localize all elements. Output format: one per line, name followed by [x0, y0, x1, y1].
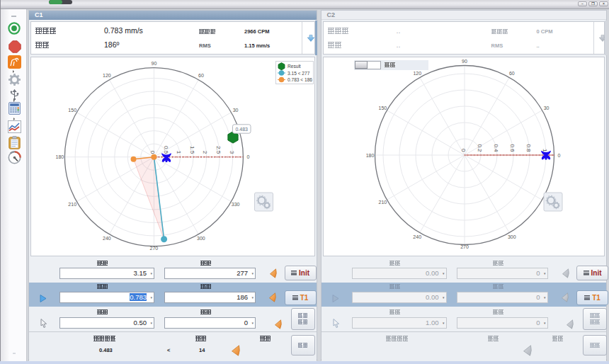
- svg-text:210: 210: [378, 200, 387, 205]
- svg-text:120: 120: [413, 71, 421, 76]
- svg-text:150: 150: [68, 108, 76, 113]
- svg-text:0.6: 0.6: [508, 144, 515, 152]
- svg-text:0.8: 0.8: [525, 144, 531, 152]
- svg-text:1.5: 1.5: [189, 146, 195, 154]
- svg-text:300: 300: [507, 234, 516, 239]
- svg-text:2: 2: [202, 151, 208, 154]
- svg-text:0.4: 0.4: [492, 144, 499, 152]
- svg-text:90: 90: [152, 61, 157, 66]
- svg-text:330: 330: [232, 202, 240, 207]
- svg-text:1: 1: [176, 151, 182, 154]
- svg-text:0: 0: [246, 154, 249, 159]
- svg-text:210: 210: [68, 202, 76, 207]
- svg-text:3: 3: [229, 151, 235, 154]
- svg-text:30: 30: [543, 106, 549, 110]
- svg-text:90: 90: [462, 59, 467, 64]
- svg-text:0: 0: [557, 153, 560, 158]
- svg-text:180: 180: [365, 153, 374, 158]
- svg-text:2.5: 2.5: [215, 146, 222, 154]
- svg-text:0: 0: [149, 151, 156, 154]
- svg-text:180: 180: [56, 154, 64, 159]
- svg-text:0: 0: [460, 149, 466, 152]
- svg-text:30: 30: [233, 108, 239, 113]
- svg-text:Result: Result: [288, 64, 301, 69]
- svg-text:60: 60: [508, 71, 514, 76]
- svg-text:3.15 < 277: 3.15 < 277: [288, 71, 310, 76]
- svg-text:150: 150: [378, 106, 387, 110]
- svg-text:270: 270: [150, 246, 159, 251]
- svg-text:0.5: 0.5: [163, 146, 169, 154]
- svg-text:270: 270: [460, 244, 469, 249]
- svg-text:240: 240: [103, 236, 111, 241]
- svg-text:240: 240: [413, 234, 421, 239]
- svg-text:60: 60: [198, 73, 204, 78]
- svg-text:0.783 < 186: 0.783 < 186: [288, 77, 312, 82]
- svg-text:300: 300: [197, 236, 205, 241]
- svg-text:0.2: 0.2: [476, 144, 482, 152]
- svg-text:0.483: 0.483: [235, 127, 248, 132]
- svg-text:120: 120: [103, 73, 111, 78]
